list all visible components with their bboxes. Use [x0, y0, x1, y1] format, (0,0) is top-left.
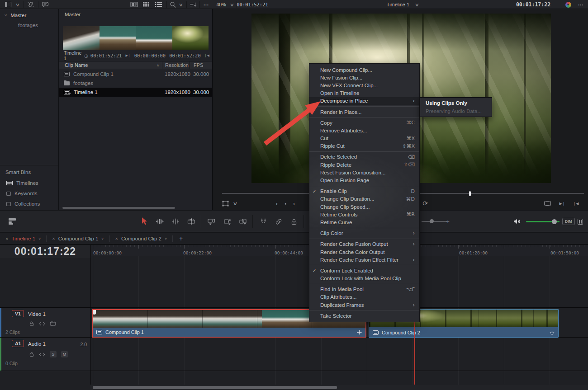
goto-prev-edit-button[interactable]: ❘◀	[570, 199, 581, 208]
frame-view-icon[interactable]	[50, 321, 56, 326]
menu-item-ripple-delete[interactable]: Ripple Delete⇧⌫	[309, 161, 419, 169]
clip-name-bar[interactable]: Compound Clip 2	[369, 328, 558, 337]
transform-badge-icon[interactable]	[550, 330, 555, 335]
tree-expand-icon[interactable]: ∨	[4, 14, 7, 17]
menu-item-duplicated-frames[interactable]: Duplicated Frames›	[309, 301, 419, 309]
thumbnail-view-button[interactable]	[140, 0, 152, 9]
step-forward-button[interactable]: ›	[290, 199, 298, 208]
solo-button[interactable]: S	[50, 351, 57, 357]
media-pool-horizontal-scrollbar[interactable]	[62, 207, 175, 209]
selection-mode-button[interactable]	[139, 217, 149, 226]
transform-tool-chevron-icon[interactable]: ∨	[231, 199, 240, 208]
menu-item-conform-lock-enabled[interactable]: ✓Conform Lock Enabled	[309, 267, 419, 274]
menu-item-render-cache-color-output[interactable]: Render Cache Color Output	[309, 248, 419, 256]
menu-item-take-selector[interactable]: Take Selector	[309, 312, 419, 320]
viewer-options-button[interactable]: •••	[575, 0, 586, 9]
clip-table-header[interactable]: Clip Name ∧ Resolution FPS	[59, 61, 212, 69]
media-pool-toggle-button[interactable]	[3, 0, 14, 9]
submenu-item-using-clips-only[interactable]: Using Clips Only	[420, 99, 492, 107]
unlink-clips-button[interactable]	[25, 0, 36, 9]
smart-bin-collections[interactable]: Collections	[0, 199, 59, 208]
insert-clip-button[interactable]	[206, 217, 217, 226]
menu-item-cut[interactable]: Cut⌘X	[309, 135, 419, 142]
audio-mute-toggle[interactable]	[512, 217, 522, 226]
scrub-playhead-handle[interactable]	[469, 191, 471, 196]
menu-item-new-fusion-clip[interactable]: New Fusion Clip...	[309, 74, 419, 81]
trim-edit-mode-button[interactable]	[155, 217, 165, 226]
volume-slider-track[interactable]	[526, 221, 560, 222]
sort-ascending-icon[interactable]: ∧	[156, 63, 159, 67]
smart-bin-keywords[interactable]: Keywords	[0, 189, 59, 198]
column-clip-name[interactable]: Clip Name ∧	[59, 62, 162, 68]
tab-compound-clip-1[interactable]: ×Compound Clip 1∨	[47, 233, 109, 244]
audio-track-badge[interactable]: A1	[12, 340, 24, 347]
play-state-dot[interactable]: ●	[282, 199, 289, 208]
media-pool-options-button[interactable]: •••	[200, 0, 212, 9]
close-icon[interactable]: ×	[52, 236, 55, 241]
menu-item-reset-fusion-composition[interactable]: Reset Fusion Composition...	[309, 169, 419, 176]
bin-tree-master[interactable]: ∨ Master	[0, 11, 59, 20]
clip-row-compound-clip-1[interactable]: Compound Clip 11920x108030.000	[59, 70, 212, 79]
tab-timeline-1[interactable]: ×Timeline 1∨	[0, 233, 46, 244]
menu-item-new-vfx-connect-clip[interactable]: New VFX Connect Clip...	[309, 81, 419, 89]
menu-item-retime-curve[interactable]: Retime Curve	[309, 218, 419, 226]
smart-bin-timelines[interactable]: Timelines	[0, 179, 59, 188]
menu-item-enable-clip[interactable]: ✓Enable ClipD	[309, 188, 419, 195]
linked-selection-button[interactable]	[273, 217, 284, 226]
transform-badge-icon[interactable]	[357, 330, 362, 335]
dynamic-trim-mode-button[interactable]	[171, 217, 180, 226]
menu-item-ripple-cut[interactable]: Ripple Cut⇧⌘X	[309, 142, 419, 150]
volume-slider[interactable]	[525, 217, 561, 226]
menu-item-open-in-timeline[interactable]: Open in Timeline	[309, 89, 419, 97]
match-frame-button[interactable]	[541, 199, 553, 208]
dim-audio-button[interactable]: DIM	[562, 217, 575, 226]
mixer-button[interactable]	[575, 217, 585, 226]
goto-first-icon[interactable]: ❘◀	[204, 54, 209, 57]
auto-select-icon[interactable]	[39, 321, 45, 326]
search-chevron-icon[interactable]: ∨	[176, 0, 185, 9]
clip-row-timeline-1[interactable]: Timeline 11920x108030.000	[59, 88, 212, 97]
audio-track-name[interactable]: Audio 1	[28, 341, 46, 347]
menu-item-clip-color[interactable]: Clip Color›	[309, 230, 419, 237]
menu-item-render-in-place[interactable]: Render in Place...	[309, 108, 419, 116]
flag-marker-button[interactable]	[40, 0, 51, 9]
mute-button[interactable]: M	[61, 351, 68, 357]
menu-item-delete-selected[interactable]: Delete Selected⌫	[309, 153, 419, 161]
menu-item-retime-controls[interactable]: Retime Controls⌘R	[309, 211, 419, 218]
clip-name-bar[interactable]: Compound Clip 1	[93, 328, 365, 337]
replace-clip-button[interactable]	[237, 217, 248, 226]
zoom-in-button[interactable]: +	[443, 217, 452, 226]
menu-item-change-clip-speed[interactable]: Change Clip Speed...	[309, 203, 419, 211]
menu-item-clip-attributes[interactable]: Clip Attributes...	[309, 293, 419, 301]
column-resolution[interactable]: Resolution	[162, 61, 190, 69]
column-fps[interactable]: FPS	[190, 61, 212, 69]
media-pool-chevron-icon[interactable]: ∨	[13, 0, 22, 9]
razor-edit-mode-button[interactable]	[186, 217, 197, 226]
volume-slider-knob[interactable]	[552, 219, 557, 224]
viewer-zoom-level[interactable]: 40%	[214, 0, 228, 9]
timeline-scrollbar-thumb[interactable]	[93, 386, 337, 389]
menu-item-new-compound-clip[interactable]: New Compound Clip...	[309, 66, 419, 74]
timeline-selector[interactable]: Timeline 1	[382, 0, 414, 9]
sort-button[interactable]	[188, 0, 199, 9]
close-icon[interactable]: ×	[115, 236, 118, 241]
goto-in-icon[interactable]: ▶❘	[125, 54, 130, 57]
tab-compound-clip-2[interactable]: ×Compound Clip 2∨	[110, 233, 172, 244]
close-icon[interactable]: ×	[5, 236, 8, 241]
timeline-preview-filmstrip[interactable]	[63, 26, 209, 50]
menu-item-render-cache-fusion-effect-filter[interactable]: Render Cache Fusion Effect Filter›	[309, 256, 419, 263]
step-back-button[interactable]: ‹	[273, 199, 280, 208]
menu-item-open-in-fusion-page[interactable]: Open in Fusion Page	[309, 176, 419, 184]
metadata-view-button[interactable]	[128, 0, 140, 9]
zoom-slider-knob[interactable]	[430, 219, 434, 223]
video-track-name[interactable]: Video 1	[28, 311, 46, 317]
menu-item-remove-attributes[interactable]: Remove Attributes...	[309, 127, 419, 134]
chevron-down-icon[interactable]: ∨	[101, 237, 104, 240]
timeline-view-options-button[interactable]	[6, 217, 18, 226]
menu-item-conform-lock-with-media-pool-clip[interactable]: Conform Lock with Media Pool Clip	[309, 275, 419, 282]
menu-item-find-in-media-pool[interactable]: Find In Media Pool⌥F	[309, 286, 419, 293]
timeline-timecode-box[interactable]: 00:01:17:22	[0, 245, 90, 258]
bin-tree-footages[interactable]: footages	[0, 21, 59, 30]
goto-next-edit-button[interactable]: ▶❘	[557, 199, 568, 208]
loop-playback-button[interactable]: ⟳	[420, 198, 430, 208]
